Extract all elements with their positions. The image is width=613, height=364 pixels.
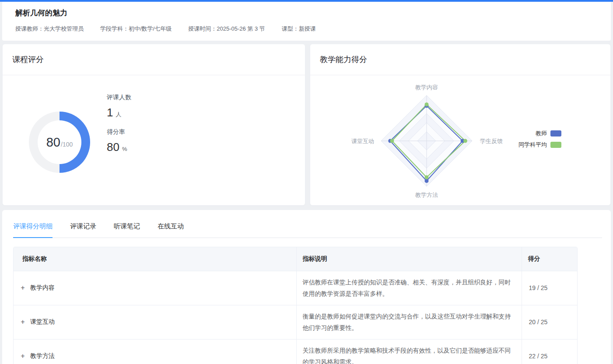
indicator-name: 课堂互动 xyxy=(30,318,55,326)
radar-axis-label: 教学方法 xyxy=(415,192,438,198)
reviewer-count-value: 1 xyxy=(107,106,113,119)
teaching-ability-card: 教学能力得分 教学内容学生反馈教学方法课堂互动 教师 同学科平均 xyxy=(310,44,611,206)
expand-row-icon[interactable]: + xyxy=(20,284,26,292)
indicator-name: 教学方法 xyxy=(30,352,55,360)
detail-section-card: 评课得分明细 评课记录 听课笔记 在线互动 指标名称 指标说明 得分 +教学内容… xyxy=(2,210,611,364)
score-rate-unit: % xyxy=(122,146,127,152)
score-donut-center: 80/100 xyxy=(38,120,81,164)
tab-listening-notes[interactable]: 听课笔记 xyxy=(114,220,140,238)
tab-online-interaction[interactable]: 在线互动 xyxy=(158,220,184,238)
indicator-score: 19 / 25 xyxy=(522,271,578,305)
expand-row-icon[interactable]: + xyxy=(20,318,26,326)
meta-course-type: 课型：新授课 xyxy=(282,25,316,33)
table-header-row: 指标名称 指标说明 得分 xyxy=(14,247,578,271)
tab-review-records[interactable]: 评课记录 xyxy=(70,220,96,238)
teaching-ability-card-body: 教学内容学生反馈教学方法课堂互动 教师 同学科平均 xyxy=(310,75,610,205)
header-indicator-desc: 指标说明 xyxy=(296,247,522,271)
reviewer-count-unit: 人 xyxy=(116,111,121,118)
course-score-card-header: 课程评分 xyxy=(3,44,305,75)
indicator-desc: 评估教师在课堂上传授的知识是否准确、相关、有深度，并且组织良好，同时使用的教学资… xyxy=(296,271,522,305)
radar-axis-label: 学生反馈 xyxy=(480,138,503,144)
legend-item-teacher[interactable]: 教师 xyxy=(518,130,561,137)
meta-teacher: 授课教师：光大学校管理员 xyxy=(15,25,84,33)
teaching-ability-card-title: 教学能力得分 xyxy=(320,54,367,65)
indicator-desc: 衡量的是教师如何促进课堂内的交流与合作，以及这些互动对学生理解和支持他们学习的重… xyxy=(296,305,522,339)
course-score-card-title: 课程评分 xyxy=(12,54,44,65)
reviewer-count-label: 评课人数 xyxy=(107,94,131,102)
score-max: /100 xyxy=(61,141,73,148)
table-row: +教学方法 关注教师所采用的教学策略和技术手段的有效性，以及它们是否能够适应不同… xyxy=(14,339,578,364)
indicator-desc: 关注教师所采用的教学策略和技术手段的有效性，以及它们是否能够适应不同的学习风格和… xyxy=(296,339,522,364)
score-rate-label: 得分率 xyxy=(107,128,131,136)
teaching-ability-card-header: 教学能力得分 xyxy=(310,44,610,75)
course-meta-row: 授课教师：光大学校管理员 学段学科：初中/数学/七年级 授课时间：2025-05… xyxy=(15,25,598,33)
reviewer-count-value-row: 1人 xyxy=(107,106,131,119)
course-score-card-body: 80/100 评课人数 1人 得分率 80% xyxy=(3,75,305,205)
radar-axis-label: 教学内容 xyxy=(415,84,438,91)
score-rate-value: 80 xyxy=(107,140,119,154)
meta-grade-subject: 学段学科：初中/数学/七年级 xyxy=(100,25,172,33)
indicator-table-wrapper: 指标名称 指标说明 得分 +教学内容 评估教师在课堂上传授的知识是否准确、相关、… xyxy=(13,247,578,364)
detail-tabs: 评课得分明细 评课记录 听课笔记 在线互动 xyxy=(13,220,602,238)
course-score-card: 课程评分 80/100 评课人数 1人 得分率 80% xyxy=(2,44,305,206)
score-rate-value-row: 80% xyxy=(107,140,131,154)
indicator-table: 指标名称 指标说明 得分 +教学内容 评估教师在课堂上传授的知识是否准确、相关、… xyxy=(14,247,578,364)
legend-item-subject-average[interactable]: 同学科平均 xyxy=(518,141,561,149)
header-indicator-name: 指标名称 xyxy=(14,247,296,271)
score-donut-chart: 80/100 xyxy=(29,112,90,173)
tab-score-detail[interactable]: 评课得分明细 xyxy=(13,220,53,238)
radar-axis-label: 课堂互动 xyxy=(351,138,374,144)
indicator-score: 22 / 25 xyxy=(522,339,578,364)
page-title: 解析几何的魅力 xyxy=(15,6,598,18)
legend-teacher-label: 教师 xyxy=(536,130,547,137)
indicator-score: 20 / 25 xyxy=(522,305,578,339)
expand-row-icon[interactable]: + xyxy=(20,352,26,360)
table-row: +教学内容 评估教师在课堂上传授的知识是否准确、相关、有深度，并且组织良好，同时… xyxy=(14,271,578,305)
radar-legend: 教师 同学科平均 xyxy=(518,130,561,152)
legend-subject-average-swatch xyxy=(550,142,561,148)
score-value: 80 xyxy=(46,135,60,150)
table-row: +课堂互动 衡量的是教师如何促进课堂内的交流与合作，以及这些互动对学生理解和支持… xyxy=(14,305,578,339)
indicator-name: 教学内容 xyxy=(30,284,55,292)
radar-chart: 教学内容学生反馈教学方法课堂互动 xyxy=(310,75,610,205)
meta-time: 授课时间：2025-05-26 第 3 节 xyxy=(188,25,265,33)
course-header-card: 解析几何的魅力 授课教师：光大学校管理员 学段学科：初中/数学/七年级 授课时间… xyxy=(2,2,611,41)
score-stats: 评课人数 1人 得分率 80% xyxy=(107,94,131,163)
header-score: 得分 xyxy=(522,247,578,271)
legend-subject-average-label: 同学科平均 xyxy=(518,141,547,149)
legend-teacher-swatch xyxy=(550,130,561,136)
top-cards-row: 课程评分 80/100 评课人数 1人 得分率 80% 教学能力得分 xyxy=(2,44,611,206)
